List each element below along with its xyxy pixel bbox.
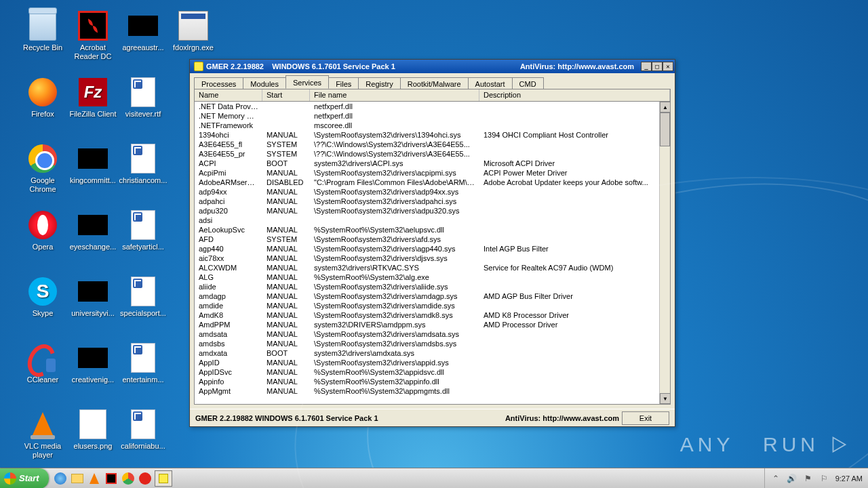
table-cell: Service for Realtek AC97 Audio (WDM) xyxy=(479,263,670,272)
table-row[interactable]: aliideMANUAL\SystemRoot\system32\drivers… xyxy=(195,282,670,291)
quicklaunch-explorer[interactable] xyxy=(70,471,85,486)
table-row[interactable]: adsi xyxy=(195,216,670,225)
column-header[interactable]: Name xyxy=(195,89,262,101)
table-row[interactable]: AppIDMANUAL\SystemRoot\system32\drivers\… xyxy=(195,358,670,367)
tray-volume-icon[interactable]: 🔊 xyxy=(787,473,797,484)
minimize-button[interactable]: _ xyxy=(641,62,652,71)
table-row[interactable]: agp440MANUAL\SystemRoot\system32\drivers… xyxy=(195,244,670,253)
titlebar[interactable]: GMER 2.2.19882 WINDOWS 6.1.7601 Service … xyxy=(190,60,675,73)
table-cell: \SystemRoot\system32\drivers\adpahci.sys xyxy=(310,197,479,206)
file-icon xyxy=(178,11,208,41)
table-cell: SYSTEM xyxy=(262,140,310,149)
table-row[interactable]: .NET Data Provid...netfxperf.dll xyxy=(195,102,670,111)
tab-modules[interactable]: Modules xyxy=(243,77,286,89)
quicklaunch-vlc[interactable] xyxy=(87,471,102,486)
table-cell xyxy=(262,216,310,225)
desktop-icon[interactable]: FzFileZilla Client xyxy=(68,75,118,140)
table-cell: system32\drivers\RTKVAC.SYS xyxy=(310,263,479,272)
table-cell: AppIDSvc xyxy=(195,367,262,377)
desktop-icon[interactable]: Recycle Bin xyxy=(18,8,68,73)
tab-processes[interactable]: Processes xyxy=(194,77,243,89)
table-row[interactable]: amdagpMANUAL\SystemRoot\system32\drivers… xyxy=(195,291,670,301)
tab-cmd[interactable]: CMD xyxy=(512,77,544,89)
desktop-icon[interactable]: VLC media player xyxy=(18,407,68,472)
tab-rootkitmalware[interactable]: Rootkit/Malware xyxy=(400,77,469,89)
table-row[interactable]: adpu320MANUAL\SystemRoot\system32\driver… xyxy=(195,206,670,216)
desktop-icon[interactable]: Google Chrome xyxy=(18,141,68,206)
table-row[interactable]: ALGMANUAL%SystemRoot%\System32\alg.exe xyxy=(195,272,670,282)
table-row[interactable]: adp94xxMANUAL\SystemRoot\system32\driver… xyxy=(195,187,670,197)
desktop-icon[interactable]: creativenig... xyxy=(68,340,118,405)
table-row[interactable]: ALCXWDMMANUALsystem32\drivers\RTKVAC.SYS… xyxy=(195,263,670,272)
vertical-scrollbar[interactable]: ▲ ▼ xyxy=(659,102,670,404)
table-row[interactable]: aic78xxMANUAL\SystemRoot\system32\driver… xyxy=(195,253,670,263)
desktop-icon[interactable]: Opera xyxy=(18,207,68,272)
column-header[interactable]: File name xyxy=(310,89,479,101)
table-row[interactable]: A3E64E55_flSYSTEM\??\C:\Windows\System32… xyxy=(195,140,670,149)
tray-flag-icon[interactable]: ⚐ xyxy=(819,473,830,484)
clock[interactable]: 9:27 AM xyxy=(835,474,863,483)
table-body[interactable]: .NET Data Provid...netfxperf.dll.NET Mem… xyxy=(195,102,670,404)
column-header[interactable]: Start xyxy=(262,89,310,101)
exit-button[interactable]: Exit xyxy=(622,411,669,425)
desktop-icon[interactable]: universityvi... xyxy=(68,274,118,339)
desktop-icon[interactable]: entertainm... xyxy=(118,340,168,405)
tray-shield-icon[interactable]: ⚑ xyxy=(803,473,814,484)
table-row[interactable]: AmdPPMMANUALsystem32\DRIVERS\amdppm.sysA… xyxy=(195,320,670,329)
start-button[interactable]: Start xyxy=(0,468,49,489)
maximize-button[interactable]: □ xyxy=(652,62,663,71)
table-row[interactable]: AcpiPmiMANUAL\SystemRoot\system32\driver… xyxy=(195,168,670,178)
desktop-icon[interactable]: safetyarticl... xyxy=(118,207,168,272)
table-row[interactable]: adpahciMANUAL\SystemRoot\system32\driver… xyxy=(195,197,670,206)
table-row[interactable]: amdxataBOOTsystem32\drivers\amdxata.sys xyxy=(195,348,670,358)
desktop-icon[interactable]: eyeschange... xyxy=(68,207,118,272)
quicklaunch-ie[interactable] xyxy=(53,471,68,486)
taskbar-item-gmer[interactable] xyxy=(155,470,172,487)
desktop-icon[interactable]: agreeaustr... xyxy=(118,8,168,73)
table-row[interactable]: AdobeARMserviceDISABLED"C:\Program Files… xyxy=(195,178,670,187)
table-row[interactable]: amdsbsMANUAL\SystemRoot\system32\drivers… xyxy=(195,339,670,348)
desktop-icon[interactable]: visitever.rtf xyxy=(118,75,168,140)
scroll-thumb[interactable] xyxy=(660,113,670,146)
desktop-icon[interactable]: specialsport... xyxy=(118,274,168,339)
desktop-icon[interactable]: Firefox xyxy=(18,75,68,140)
quicklaunch-chrome[interactable] xyxy=(121,471,136,486)
column-header[interactable]: Description xyxy=(479,89,670,101)
desktop-icon[interactable]: elusers.png xyxy=(68,407,118,472)
table-cell: AmdPPM xyxy=(195,320,262,329)
table-row[interactable]: AppinfoMANUAL%SystemRoot%\System32\appin… xyxy=(195,377,670,386)
tab-services[interactable]: Services xyxy=(285,75,329,89)
table-row[interactable]: amdsataMANUAL\SystemRoot\system32\driver… xyxy=(195,329,670,339)
table-row[interactable]: .NETFrameworkmscoree.dll xyxy=(195,121,670,130)
close-button[interactable]: ✕ xyxy=(663,62,673,71)
table-row[interactable]: AmdK8MANUAL\SystemRoot\system32\drivers\… xyxy=(195,310,670,320)
scroll-down-button[interactable]: ▼ xyxy=(660,393,671,404)
desktop-icon[interactable]: christiancom... xyxy=(118,141,168,206)
desktop-icon[interactable]: Acrobat Reader DC xyxy=(68,8,118,73)
file-icon xyxy=(28,343,58,373)
table-cell: %SystemRoot%\System32\appidsvc.dll xyxy=(310,367,479,377)
table-row[interactable]: AppMgmtMANUAL%SystemRoot%\System32\appmg… xyxy=(195,386,670,396)
table-row[interactable]: A3E64E55_prSYSTEM\??\C:\Windows\System32… xyxy=(195,149,670,159)
desktop-icon[interactable]: SSkype xyxy=(18,274,68,339)
quicklaunch-opera[interactable] xyxy=(138,471,153,486)
table-row[interactable]: AFDSYSTEM\SystemRoot\system32\drivers\af… xyxy=(195,235,670,244)
tab-files[interactable]: Files xyxy=(328,77,359,89)
table-row[interactable]: .NET Memory Ca...netfxperf.dll xyxy=(195,111,670,121)
table-row[interactable]: AeLookupSvcMANUAL%SystemRoot%\System32\a… xyxy=(195,225,670,235)
table-row[interactable]: ACPIBOOTsystem32\drivers\ACPI.sysMicroso… xyxy=(195,159,670,168)
tray-chevron-icon[interactable]: ⌃ xyxy=(770,473,781,484)
table-cell: 1394 OHCI Compliant Host Controller xyxy=(479,130,670,140)
desktop-icon[interactable]: kingcommitt... xyxy=(68,141,118,206)
desktop-icon[interactable]: californiabu... xyxy=(118,407,168,472)
table-row[interactable]: amdideMANUAL\SystemRoot\system32\drivers… xyxy=(195,301,670,310)
tab-autostart[interactable]: Autostart xyxy=(468,77,513,89)
tab-registry[interactable]: Registry xyxy=(358,77,400,89)
icon-label: elusers.png xyxy=(68,442,117,451)
desktop-icon[interactable]: CCleaner xyxy=(18,340,68,405)
icon-label: Opera xyxy=(18,243,67,251)
scroll-up-button[interactable]: ▲ xyxy=(660,102,671,113)
table-row[interactable]: AppIDSvcMANUAL%SystemRoot%\System32\appi… xyxy=(195,367,670,377)
table-row[interactable]: 1394ohciMANUAL\SystemRoot\system32\drive… xyxy=(195,130,670,140)
quicklaunch-acrobat[interactable] xyxy=(104,471,119,486)
